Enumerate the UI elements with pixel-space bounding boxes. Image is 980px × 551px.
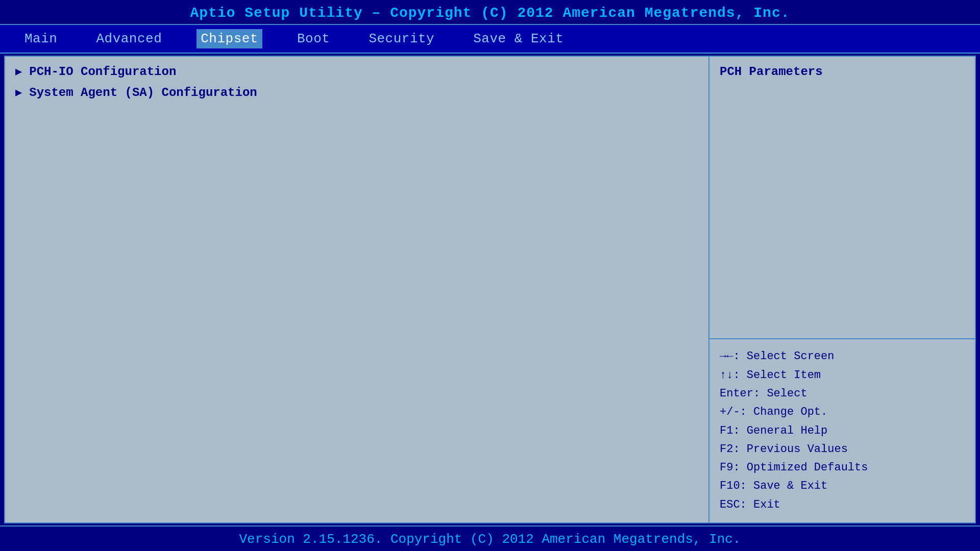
left-panel-entry[interactable]: ▶System Agent (SA) Configuration: [15, 86, 698, 99]
entry-label: PCH-IO Configuration: [29, 65, 176, 79]
key-hint: ESC: Exit: [720, 496, 965, 514]
key-hint: F2: Previous Values: [720, 440, 965, 459]
menu-item-advanced[interactable]: Advanced: [92, 29, 166, 48]
right-panel: PCH Parameters →←: Select Screen↑↓: Sele…: [709, 57, 975, 522]
left-panel: ▶PCH-IO Configuration▶System Agent (SA) …: [5, 57, 709, 522]
entry-arrow-icon: ▶: [15, 86, 22, 99]
title-text: Aptio Setup Utility – Copyright (C) 2012…: [190, 5, 790, 21]
key-hint: F10: Save & Exit: [720, 477, 965, 495]
footer: Version 2.15.1236. Copyright (C) 2012 Am…: [0, 525, 980, 551]
menu-item-security[interactable]: Security: [364, 29, 438, 48]
right-panel-description: PCH Parameters: [709, 57, 975, 339]
menu-bar: MainAdvancedChipsetBootSecuritySave & Ex…: [0, 25, 980, 54]
key-hint: F1: General Help: [720, 422, 965, 440]
menu-item-boot[interactable]: Boot: [293, 29, 334, 48]
menu-item-chipset[interactable]: Chipset: [197, 29, 262, 48]
key-hint: →←: Select Screen: [720, 347, 965, 366]
left-panel-entry[interactable]: ▶PCH-IO Configuration: [15, 65, 698, 79]
title-bar: Aptio Setup Utility – Copyright (C) 2012…: [0, 0, 980, 25]
description-text: PCH Parameters: [720, 65, 823, 79]
entry-label: System Agent (SA) Configuration: [29, 86, 257, 99]
key-hints: →←: Select Screen↑↓: Select ItemEnter: S…: [709, 339, 975, 522]
menu-item-main[interactable]: Main: [20, 29, 61, 48]
footer-text: Version 2.15.1236. Copyright (C) 2012 Am…: [239, 532, 741, 547]
key-hint: F9: Optimized Defaults: [720, 459, 965, 477]
menu-item-save--exit[interactable]: Save & Exit: [469, 29, 568, 48]
entry-arrow-icon: ▶: [15, 65, 22, 79]
main-content: ▶PCH-IO Configuration▶System Agent (SA) …: [4, 56, 976, 523]
key-hint: +/-: Change Opt.: [720, 403, 965, 421]
key-hint: Enter: Select: [720, 385, 965, 403]
key-hint: ↑↓: Select Item: [720, 366, 965, 385]
